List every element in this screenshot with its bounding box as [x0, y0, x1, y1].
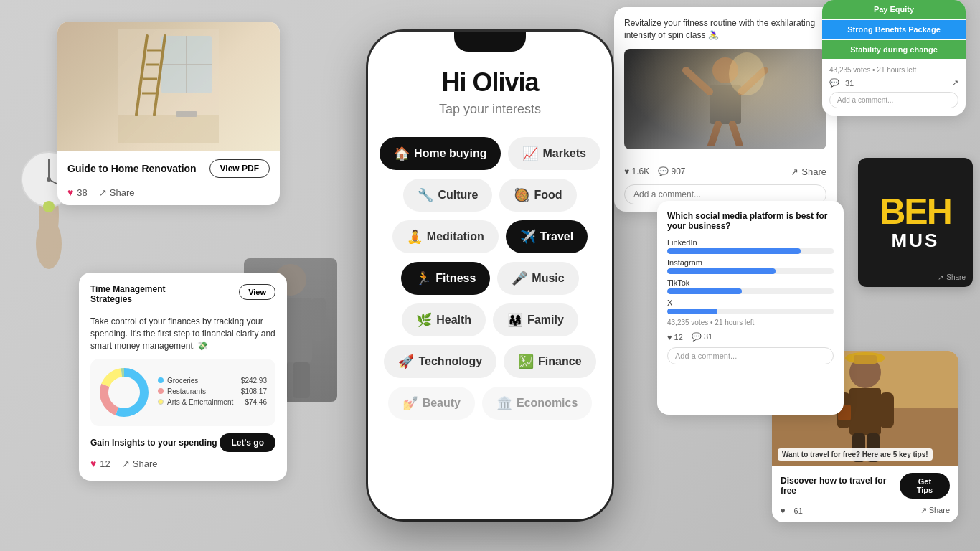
spin-likes: 1.6K [631, 166, 649, 176]
svg-rect-29 [293, 362, 310, 398]
poll-bar-instagram: Instagram [667, 258, 834, 274]
finance-description: Take control of your finances by trackin… [90, 316, 275, 352]
interest-chip-music[interactable]: 🎤 Music [497, 262, 578, 295]
markets-emoji: 📈 [522, 146, 538, 161]
family-emoji: 👨‍👩‍👧 [507, 312, 523, 328]
music-share-btn[interactable]: ↗ Share [938, 273, 966, 281]
poll-comments-count: 31 [704, 332, 712, 341]
travel-likes: 61 [794, 507, 803, 515]
finance-top-title: Time Management Strategies [90, 284, 232, 304]
family-label: Family [527, 314, 564, 326]
meditation-label: Meditation [427, 230, 484, 243]
interest-chip-technology[interactable]: 🚀 Technology [384, 345, 496, 378]
travel-footer: ♥ 61 ↗ Share [772, 506, 958, 522]
svg-rect-40 [849, 388, 881, 435]
legend-label-groceries: Groceries [167, 377, 198, 385]
interest-chip-economics[interactable]: 🏛️ Economics [482, 387, 592, 420]
share-icon: ↗ [99, 187, 107, 198]
finance-share-btn[interactable]: ↗ Share [122, 458, 158, 469]
legend-dot-groceries [158, 377, 164, 383]
spin-comment-input[interactable] [633, 189, 817, 199]
interest-row-5: 🌿 Health 👨‍👩‍👧 Family [402, 303, 578, 336]
legend-amount-arts: $74.46 [245, 398, 267, 406]
spin-image [624, 49, 826, 149]
interest-chip-health[interactable]: 🌿 Health [402, 303, 486, 336]
get-tips-button[interactable]: Get Tips [900, 473, 950, 499]
phone: Hi Olivia Tap your interests 🏠 Home buyi… [368, 32, 612, 519]
interest-chip-family[interactable]: 👨‍👩‍👧 Family [493, 303, 578, 336]
stability-bar: Stability during change [822, 40, 966, 59]
poll-bar-fill-tiktok [667, 288, 742, 294]
legend-label-arts: Arts & Entertainment [167, 398, 233, 406]
culture-label: Culture [438, 189, 478, 202]
interest-chip-fitness[interactable]: 🏃 Fitness [401, 262, 490, 295]
phone-content: Hi Olivia Tap your interests 🏠 Home buyi… [368, 32, 612, 434]
svg-rect-42 [880, 392, 894, 428]
heart-icon: ♥ [67, 187, 73, 198]
poll-label-tiktok: TikTok [667, 278, 834, 287]
legend-label-restaurants: Restaurants [167, 387, 206, 395]
poll-likes-count: 12 [674, 333, 683, 342]
view-pdf-button[interactable]: View PDF [209, 159, 270, 178]
card-finance: Time Management Strategies View Take con… [79, 273, 287, 481]
svg-rect-0 [118, 115, 219, 143]
interest-chip-markets[interactable]: 📈 Markets [508, 137, 600, 170]
finance-title-text2: Strategies [90, 294, 132, 304]
music-mus-text: MUS [892, 230, 940, 252]
interest-chip-home-buying[interactable]: 🏠 Home buying [380, 137, 501, 170]
finance-bottom-row: Gain Insights to your spending Let's go [90, 433, 275, 452]
finance-desc-text: Take control of your finances by trackin… [90, 316, 275, 351]
phone-subtitle: Tap your interests [439, 102, 541, 117]
poll-label-linkedin: LinkedIn [667, 238, 834, 247]
health-label: Health [436, 314, 471, 326]
finance-view-button[interactable]: View [239, 284, 275, 300]
interest-chip-meditation[interactable]: 🧘 Meditation [392, 220, 499, 253]
poll-label-x: X [667, 298, 834, 307]
poll-bar-x: X [667, 298, 834, 314]
right-panel-body: 43,235 votes • 21 hours left 💬 31 ↗ Add … [822, 59, 966, 116]
interest-row-2: 🔧 Culture 🥘 Food [403, 179, 576, 212]
poll-comment-input[interactable]: Add a comment... [667, 347, 834, 364]
strong-benefits-text: Strong Benefits Package [847, 25, 941, 34]
finance-top-bar: Time Management Strategies View [90, 284, 275, 307]
interest-row-1: 🏠 Home buying 📈 Markets [380, 137, 600, 170]
interest-row-3: 🧘 Meditation ✈️ Travel [392, 220, 588, 253]
technology-label: Technology [418, 355, 482, 368]
travel-share-btn[interactable]: ↗ Share [920, 506, 950, 515]
music-beh-text: BEH [880, 194, 951, 230]
pay-equity-bar: Pay Equity [822, 0, 966, 19]
interest-chip-food[interactable]: 🥘 Food [499, 179, 576, 212]
music-share-icon: ↗ [938, 273, 943, 281]
poll-likes-icon: ♥ 12 [667, 333, 683, 342]
renovation-image [57, 22, 280, 151]
interest-chip-beauty[interactable]: 💅 Beauty [388, 387, 475, 420]
spin-image-overlay [624, 49, 826, 149]
phone-notch [454, 32, 526, 52]
renovation-title: Guide to Home Renovation [67, 163, 197, 174]
spin-bottom: ♥ 1.6K 💬 907 ↗ Share [614, 159, 837, 184]
poll-bar-bg-tiktok [667, 288, 834, 294]
economics-label: Economics [517, 397, 578, 410]
share-icon-spin: ↗ [791, 166, 798, 177]
poll-label-instagram: Instagram [667, 258, 834, 267]
donut-chart-area: Groceries $242.93 Restaurants $108.17 Ar… [90, 359, 275, 426]
travel-emoji: ✈️ [520, 229, 536, 245]
right-panel-actions: 💬 31 ↗ [829, 78, 958, 88]
spin-share-btn[interactable]: ↗ Share [791, 166, 826, 177]
spin-body: Revitalize your fitness routine with the… [614, 7, 837, 159]
interest-chip-finance[interactable]: 💹 Finance [504, 345, 595, 378]
fitness-label: Fitness [435, 272, 476, 285]
legend-dot-restaurants [158, 388, 164, 394]
legend-amount-restaurants: $108.17 [241, 387, 267, 395]
meditation-emoji: 🧘 [407, 229, 423, 245]
interest-chip-culture[interactable]: 🔧 Culture [403, 179, 492, 212]
right-panel-comment-input[interactable]: Add a comment... [829, 92, 958, 108]
svg-rect-27 [311, 298, 326, 341]
svg-point-18 [43, 201, 55, 212]
renovation-share-btn[interactable]: ↗ Share [99, 187, 135, 198]
svg-rect-11 [176, 111, 197, 117]
spin-description: Revitalize your fitness routine with the… [624, 17, 826, 42]
poll-bar-linkedin: LinkedIn [667, 238, 834, 254]
interest-chip-travel[interactable]: ✈️ Travel [506, 220, 588, 253]
lets-go-button[interactable]: Let's go [220, 433, 275, 452]
